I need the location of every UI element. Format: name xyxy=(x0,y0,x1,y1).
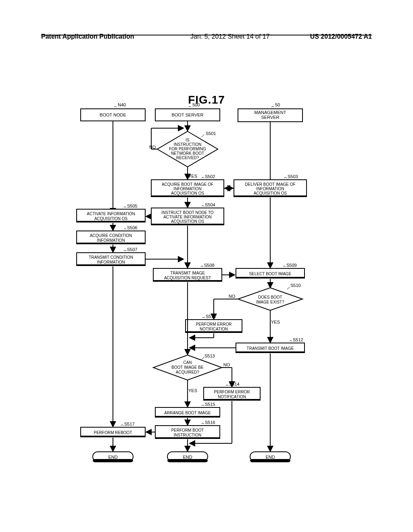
svg-text:ACQUIRE CONDITION: ACQUIRE CONDITION xyxy=(90,233,132,238)
svg-text:S510: S510 xyxy=(290,283,301,288)
step-s511: PERFORM ERROR NOTIFICATION S511 xyxy=(186,314,242,332)
svg-rect-53 xyxy=(77,243,145,244)
svg-text:PERFORM ERROR: PERFORM ERROR xyxy=(196,322,232,326)
svg-text:S502: S502 xyxy=(205,174,215,179)
svg-text:500: 500 xyxy=(192,102,200,107)
svg-text:ACQUISITION OS: ACQUISITION OS xyxy=(171,219,204,224)
svg-text:ACTIVATE INFORMATION: ACTIVATE INFORMATION xyxy=(163,215,211,219)
svg-text:ACQUISITION OS: ACQUISITION OS xyxy=(94,216,128,221)
svg-text:INSTRUCTION: INSTRUCTION xyxy=(174,142,201,147)
svg-text:ACQUISITION OS: ACQUISITION OS xyxy=(171,191,204,195)
svg-rect-73 xyxy=(236,277,305,278)
mgmt-l2: SERVER xyxy=(261,115,279,120)
end-mgmt-server: END xyxy=(250,452,290,462)
svg-text:S513: S513 xyxy=(204,353,215,358)
svg-text:INSTRUCT BOOT NODE TO: INSTRUCT BOOT NODE TO xyxy=(161,210,213,215)
svg-text:TRANSMIT IMAGE: TRANSMIT IMAGE xyxy=(170,271,205,275)
svg-text:S507: S507 xyxy=(127,247,138,252)
svg-text:S516: S516 xyxy=(205,420,215,425)
svg-text:50: 50 xyxy=(275,102,280,107)
svg-text:DOES BOOT: DOES BOOT xyxy=(258,295,282,299)
step-s514: PERFORM ERROR NOTIFICATION S514 xyxy=(204,382,260,400)
svg-text:ACQUISITION OS: ACQUISITION OS xyxy=(254,191,287,195)
svg-text:N40: N40 xyxy=(118,102,126,107)
step-s507: TRANSMIT CONDITION INFORMATION S507 xyxy=(77,247,145,266)
svg-rect-47 xyxy=(77,221,145,222)
svg-rect-31 xyxy=(234,195,307,197)
lane-boot-server: BOOT SERVER 500 xyxy=(155,102,220,121)
svg-text:INFORMATION: INFORMATION xyxy=(97,238,125,243)
svg-rect-87 xyxy=(186,331,242,332)
svg-text:ACQUIRE BOOT IMAGE OF: ACQUIRE BOOT IMAGE OF xyxy=(162,182,213,187)
svg-text:INFORMATION: INFORMATION xyxy=(256,187,284,191)
svg-text:NOTIFICATION: NOTIFICATION xyxy=(200,327,228,331)
svg-text:NETWORK BOOT: NETWORK BOOT xyxy=(171,151,204,156)
svg-text:S508: S508 xyxy=(204,263,215,268)
svg-rect-25 xyxy=(151,195,224,197)
svg-text:NO: NO xyxy=(223,362,230,367)
svg-text:S504: S504 xyxy=(205,202,215,207)
svg-text:BOOT NODE: BOOT NODE xyxy=(100,112,126,117)
svg-rect-129 xyxy=(81,436,145,437)
svg-rect-122 xyxy=(155,437,220,438)
svg-rect-136 xyxy=(93,459,133,462)
svg-rect-94 xyxy=(236,351,305,353)
svg-text:NO: NO xyxy=(149,145,156,150)
svg-text:PERFORM BOOT: PERFORM BOOT xyxy=(171,428,204,432)
end-boot-node: END xyxy=(93,452,133,462)
svg-text:S509: S509 xyxy=(286,263,297,268)
svg-text:SELECT BOOT IMAGE: SELECT BOOT IMAGE xyxy=(249,272,292,276)
svg-text:ACQUIRED?: ACQUIRED? xyxy=(176,370,200,374)
svg-rect-40 xyxy=(151,224,224,225)
svg-text:DELIVER BOOT IMAGE OF: DELIVER BOOT IMAGE OF xyxy=(245,182,295,187)
svg-text:YES: YES xyxy=(188,388,197,393)
step-s506: ACQUIRE CONDITION INFORMATION S506 xyxy=(77,225,145,244)
svg-text:S515: S515 xyxy=(205,402,215,407)
svg-rect-139 xyxy=(167,459,208,462)
svg-text:S505: S505 xyxy=(127,204,138,208)
svg-text:S511: S511 xyxy=(206,314,216,319)
mgmt-l1: MANAGEMENT xyxy=(254,110,286,115)
svg-text:IMAGE EXIST?: IMAGE EXIST? xyxy=(256,300,284,304)
svg-text:YES: YES xyxy=(188,174,197,179)
svg-text:S503: S503 xyxy=(288,174,298,179)
svg-text:BOOT SERVER: BOOT SERVER xyxy=(171,112,203,117)
flowchart: BOOT NODE N40 BOOT SERVER 500 MANAGEMENT… xyxy=(0,0,413,532)
svg-text:NO: NO xyxy=(229,294,236,299)
svg-text:S506: S506 xyxy=(127,225,138,230)
page: Patent Application Publication Jan. 5, 2… xyxy=(0,0,413,532)
svg-text:YES: YES xyxy=(271,320,280,324)
svg-text:INFORMATION: INFORMATION xyxy=(173,187,201,191)
lane-mgmt-server: MANAGEMENT SERVER 50 xyxy=(238,102,302,122)
svg-rect-66 xyxy=(153,280,222,281)
svg-text:BOOT IMAGE BE: BOOT IMAGE BE xyxy=(171,365,204,370)
svg-text:RECEIVED?: RECEIVED? xyxy=(176,156,199,160)
svg-rect-142 xyxy=(250,459,290,462)
end-boot-server: END xyxy=(167,452,208,462)
svg-text:TRANSMIT BOOT IMAGE: TRANSMIT BOOT IMAGE xyxy=(247,346,294,351)
svg-rect-117 xyxy=(155,416,220,417)
svg-rect-59 xyxy=(77,264,145,266)
svg-text:S517: S517 xyxy=(124,422,135,426)
svg-text:NOTIFICATION: NOTIFICATION xyxy=(218,395,246,399)
step-s505: ACTIVATE INFORMATION ACQUISITION OS S505 xyxy=(77,204,145,222)
svg-text:INFORMATION: INFORMATION xyxy=(97,260,125,264)
svg-text:IS: IS xyxy=(186,138,190,142)
svg-text:PERFORM REBOOT: PERFORM REBOOT xyxy=(94,430,132,435)
svg-text:PERFORM ERROR: PERFORM ERROR xyxy=(214,390,250,394)
svg-text:FOR PERFORMING: FOR PERFORMING xyxy=(169,147,206,151)
svg-text:INSTRUCTION: INSTRUCTION xyxy=(174,433,201,437)
svg-text:S512: S512 xyxy=(293,337,303,342)
svg-text:S501: S501 xyxy=(206,131,216,136)
svg-text:END: END xyxy=(108,455,117,459)
step-s513-decision: CAN BOOT IMAGE BE ACQUIRED? S513 xyxy=(153,353,222,380)
svg-text:TRANSMIT CONDITION: TRANSMIT CONDITION xyxy=(89,255,133,260)
svg-text:CAN: CAN xyxy=(183,360,192,365)
svg-text:END: END xyxy=(265,455,275,459)
svg-text:ACTIVATE INFORMATION: ACTIVATE INFORMATION xyxy=(87,212,135,216)
lane-boot-node: BOOT NODE N40 xyxy=(81,102,145,121)
svg-text:END: END xyxy=(183,455,192,459)
svg-text:ACQUISITION REQUEST: ACQUISITION REQUEST xyxy=(164,276,211,280)
svg-rect-110 xyxy=(204,399,260,400)
svg-text:ARRANGE BOOT IMAGE: ARRANGE BOOT IMAGE xyxy=(164,411,211,415)
